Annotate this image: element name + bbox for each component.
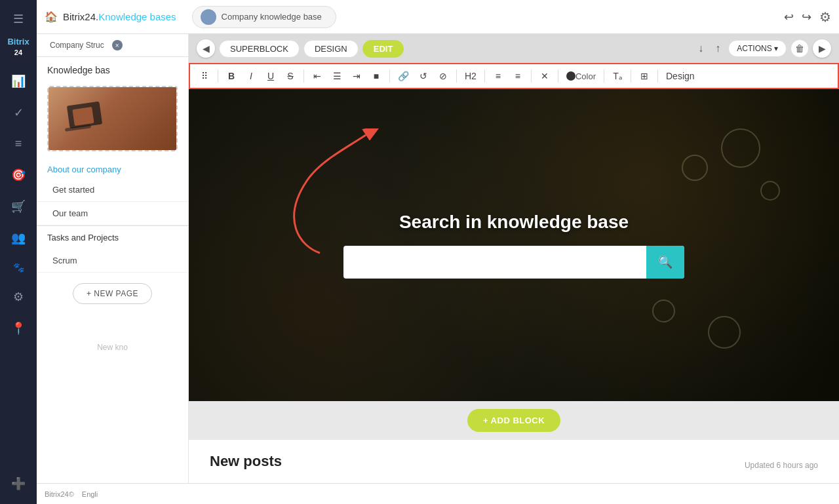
tab-close-button[interactable]: × [112, 40, 123, 50]
sidebar-item-shop[interactable]: 🛒 [0, 191, 37, 222]
home-icon: 🏠 [45, 10, 58, 23]
toolbar-divider-9 [631, 69, 631, 83]
topbar-title: Bitrix24.Knowledge bases [63, 11, 176, 22]
move-down-button[interactable]: ↓ [694, 40, 707, 57]
strikethrough-button[interactable]: S [281, 67, 300, 85]
align-right-button[interactable]: ⇥ [347, 67, 366, 85]
new-posts-title: New posts [210, 453, 282, 470]
deco-circle-4 [708, 316, 741, 349]
deco-circle-2 [682, 155, 708, 181]
deco-circle-1 [721, 128, 760, 168]
toolbar-divider-7 [558, 69, 558, 83]
toolbar-divider-4 [456, 69, 457, 83]
move-up-button[interactable]: ↑ [711, 40, 724, 57]
hero-search-button[interactable]: 🔍 [646, 246, 684, 279]
thumbnail-image [49, 87, 176, 150]
hero-banner: Search in knowledge base 🔍 [189, 89, 839, 401]
edit-button[interactable]: EDIT [362, 40, 404, 58]
align-left-button[interactable]: ⇤ [308, 67, 326, 85]
updated-text: Updated 6 hours ago [745, 461, 818, 470]
color-label: Color [576, 71, 596, 81]
sidebar-item-menu[interactable]: ≡ [0, 129, 37, 159]
redo-button[interactable]: ↪ [802, 10, 811, 24]
hero-title: Search in knowledge base [399, 212, 629, 233]
text-format-button[interactable]: Tₐ [608, 67, 627, 85]
toolbar-divider-6 [531, 69, 532, 83]
topbar-avatar [201, 9, 216, 25]
sidebar-item-location[interactable]: 📍 [0, 313, 37, 343]
sidebar-item-crm[interactable]: 🎯 [0, 160, 37, 190]
design-button[interactable]: DESIGN [303, 40, 359, 58]
topbar-actions: ↩ ↪ ⚙ [784, 9, 831, 25]
unlink-button[interactable]: ⊘ [434, 67, 452, 85]
deco-circle-5 [652, 300, 675, 322]
main-area: 🏠 Bitrix24.Knowledge bases Company knowl… [37, 0, 839, 504]
toolbar-divider-10 [657, 69, 658, 83]
block-next-button[interactable]: ▶ [813, 39, 831, 58]
superblock-button[interactable]: SUPERBLOCK [219, 40, 300, 58]
align-center-button[interactable]: ☰ [328, 67, 346, 85]
status-bar: Bitrix24© Engli [37, 483, 839, 504]
nav-item-our-team[interactable]: Our team [37, 202, 188, 225]
block-toolbar: ◀ SUPERBLOCK DESIGN EDIT ↓ ↑ ACTIONS ▾ 🗑… [189, 34, 839, 63]
clear-format-button[interactable]: ✕ [536, 67, 554, 85]
topbar-search-text: Company knowledge base [222, 12, 322, 22]
hero-search-input[interactable] [343, 248, 646, 277]
settings-button[interactable]: ⚙ [819, 9, 831, 25]
content-area: Company Struc × Knowledge bas About our … [37, 34, 839, 483]
toolbar-divider-5 [484, 69, 485, 83]
underline-button[interactable]: U [262, 67, 280, 85]
align-justify-button[interactable]: ■ [367, 67, 385, 85]
heading-button[interactable]: H2 [461, 67, 480, 85]
undo-button[interactable]: ↩ [784, 10, 794, 24]
left-panel: Company Struc × Knowledge bas About our … [37, 34, 189, 483]
deco-circle-3 [760, 181, 780, 201]
delete-block-button[interactable]: 🗑 [790, 39, 809, 58]
new-page-button[interactable]: + NEW PAGE [73, 283, 152, 304]
block-prev-button[interactable]: ◀ [197, 39, 215, 58]
sidebar-item-settings[interactable]: ⚙ [0, 282, 37, 312]
formatting-toolbar: ⠿ B I U S ⇤ ☰ ⇥ ■ 🔗 ↺ ⊘ H2 ≡ ≡ [189, 63, 839, 89]
sidebar-item-users[interactable]: 👥 [0, 223, 37, 253]
add-block-button[interactable]: + ADD BLOCK [467, 409, 560, 432]
color-button[interactable]: Color [562, 67, 600, 85]
list-ul-button[interactable]: ≡ [489, 67, 507, 85]
design-format-button[interactable]: Design [662, 67, 699, 85]
tab-company-struct[interactable]: Company Struc [42, 34, 112, 56]
nav-section-about[interactable]: About our company [37, 157, 188, 178]
toolbar-divider-3 [389, 69, 390, 83]
tab-bar: Company Struc × [37, 34, 188, 57]
actions-button[interactable]: ACTIONS ▾ [728, 40, 787, 57]
sidebar: ☰ Bitrix 24 📊 ✓ ≡ 🎯 🛒 👥 🐾 ⚙ 📍 ➕ [0, 0, 37, 504]
bottom-section: New posts Updated 6 hours ago [189, 440, 839, 483]
topbar: 🏠 Bitrix24.Knowledge bases Company knowl… [37, 0, 839, 34]
list-ol-button[interactable]: ≡ [509, 67, 527, 85]
sidebar-item-feed[interactable]: 📊 [0, 66, 37, 96]
topbar-search-bar[interactable]: Company knowledge base [192, 6, 336, 28]
toolbar-divider-2 [303, 69, 304, 83]
thumbnail-area [47, 86, 178, 151]
sidebar-item-contact[interactable]: 🐾 [0, 254, 37, 281]
status-lang: Engli [82, 490, 98, 498]
sidebar-item-tasks[interactable]: ✓ [0, 98, 37, 128]
add-block-area: + ADD BLOCK [189, 401, 839, 440]
editor-area: ◀ SUPERBLOCK DESIGN EDIT ↓ ↑ ACTIONS ▾ 🗑… [189, 34, 839, 483]
color-dot [566, 71, 576, 81]
drag-handle[interactable]: ⠿ [195, 67, 214, 85]
toolbar-divider-8 [604, 69, 604, 83]
rotate-button[interactable]: ↺ [414, 67, 433, 85]
sidebar-item-add[interactable]: ➕ [0, 469, 37, 499]
sidebar-menu-icon[interactable]: ☰ [7, 5, 30, 33]
link-button[interactable]: 🔗 [394, 67, 413, 85]
left-bg-text: New kno [37, 343, 188, 352]
status-logo: Bitrix24© [45, 490, 74, 498]
block-actions-right: ↓ ↑ ACTIONS ▾ 🗑 ▶ [694, 39, 831, 58]
italic-button[interactable]: I [242, 67, 260, 85]
table-button[interactable]: ⊞ [635, 67, 654, 85]
arrow-annotation [267, 128, 412, 260]
nav-item-scrum[interactable]: Scrum [37, 249, 188, 273]
bold-button[interactable]: B [222, 67, 241, 85]
hero-search-bar[interactable]: 🔍 [343, 246, 684, 279]
nav-section-tasks[interactable]: Tasks and Projects [37, 225, 188, 249]
nav-item-get-started[interactable]: Get started [37, 178, 188, 202]
